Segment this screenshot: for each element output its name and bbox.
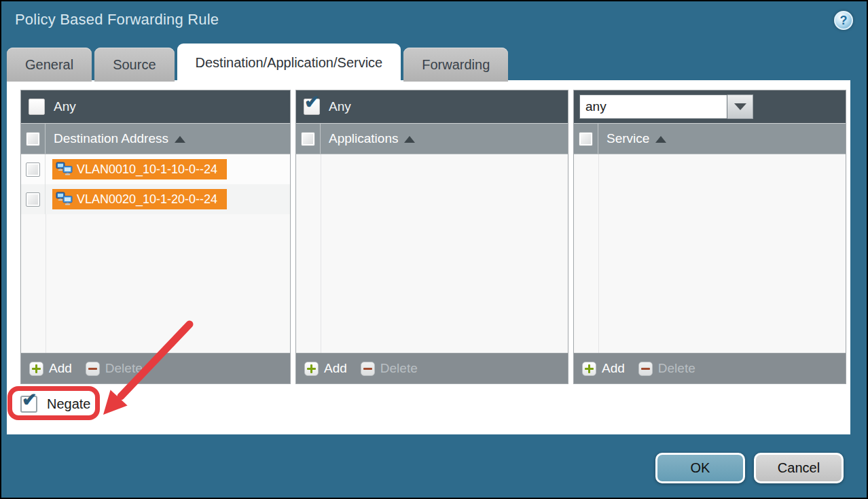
checkmark-icon: ✔ xyxy=(22,391,37,409)
service-column-header[interactable]: Service xyxy=(607,131,649,146)
minus-icon xyxy=(361,362,375,376)
checkmark-icon: ✔ xyxy=(304,93,320,111)
tab-bar: General Source Destination/Application/S… xyxy=(7,44,508,82)
destination-any-checkbox[interactable] xyxy=(29,99,45,115)
column-divider xyxy=(598,154,599,353)
applications-any-checkbox[interactable]: ✔ xyxy=(304,99,320,115)
sort-ascending-icon[interactable] xyxy=(655,136,666,143)
sort-ascending-icon[interactable] xyxy=(404,136,415,143)
tab-source[interactable]: Source xyxy=(94,48,174,82)
applications-list xyxy=(296,154,568,353)
applications-any-label: Any xyxy=(329,99,351,114)
destination-column-header-row: Destination Address xyxy=(21,124,290,154)
address-object-label: VLAN0010_10-1-10-0--24 xyxy=(77,162,217,177)
cancel-button[interactable]: Cancel xyxy=(754,453,844,483)
service-dropdown xyxy=(579,94,753,119)
dialog-body: Any Destination Address xyxy=(7,80,850,434)
column-divider xyxy=(321,154,321,353)
delete-button-label: Delete xyxy=(658,361,695,376)
applications-delete-button[interactable]: Delete xyxy=(361,361,418,376)
tab-general[interactable]: General xyxy=(7,48,92,82)
ok-button[interactable]: OK xyxy=(655,453,745,483)
service-delete-button[interactable]: Delete xyxy=(638,361,695,376)
applications-column-header[interactable]: Applications xyxy=(329,131,398,146)
destination-any-bar: Any xyxy=(21,90,290,124)
service-dropdown-button[interactable] xyxy=(727,94,753,119)
address-object-chip[interactable]: VLAN0020_10-1-20-0--24 xyxy=(52,189,227,209)
tab-forwarding[interactable]: Forwarding xyxy=(403,48,508,82)
plus-icon xyxy=(582,362,596,376)
address-object-chip[interactable]: VLAN0010_10-1-10-0--24 xyxy=(52,159,227,179)
applications-any-bar: ✔ Any xyxy=(296,90,568,124)
destination-add-button[interactable]: Add xyxy=(29,361,72,376)
help-icon[interactable]: ? xyxy=(834,11,853,30)
plus-icon xyxy=(304,362,319,376)
service-add-button[interactable]: Add xyxy=(582,361,625,376)
service-select-all-checkbox[interactable] xyxy=(579,132,593,146)
negate-checkbox[interactable]: ✔ xyxy=(20,396,37,413)
delete-button-label: Delete xyxy=(105,361,143,376)
applications-select-all-checkbox[interactable] xyxy=(301,132,315,146)
applications-add-button[interactable]: Add xyxy=(304,361,347,376)
minus-icon xyxy=(86,362,100,376)
negate-label: Negate xyxy=(47,396,91,412)
service-panel: Service Add Delete xyxy=(573,90,846,384)
table-row[interactable]: VLAN0020_10-1-20-0--24 xyxy=(21,184,290,214)
sort-ascending-icon[interactable] xyxy=(175,136,185,143)
triangle-down-icon xyxy=(734,103,746,110)
applications-column-header-row: Applications xyxy=(296,124,568,154)
destination-address-list: VLAN0010_10-1-10-0--24 xyxy=(21,154,290,353)
destination-address-panel: Any Destination Address xyxy=(20,90,291,384)
pbf-rule-dialog: Policy Based Forwarding Rule ? General S… xyxy=(0,0,868,499)
negate-control: ✔ Negate xyxy=(20,396,91,413)
service-dropdown-input[interactable] xyxy=(579,94,727,119)
table-row[interactable]: VLAN0010_10-1-10-0--24 xyxy=(21,154,290,184)
minus-icon xyxy=(638,362,653,376)
add-button-label: Add xyxy=(602,361,625,376)
destination-column-header[interactable]: Destination Address xyxy=(54,131,168,146)
dialog-title: Policy Based Forwarding Rule xyxy=(15,11,219,29)
service-toolbar: Add Delete xyxy=(574,353,846,383)
service-dropdown-bar xyxy=(574,90,846,124)
destination-delete-button[interactable]: Delete xyxy=(86,361,143,376)
plus-icon xyxy=(29,362,43,376)
applications-panel: ✔ Any Applications Add Delete xyxy=(295,90,568,384)
delete-button-label: Delete xyxy=(380,361,418,376)
tab-destination-application-service[interactable]: Destination/Application/Service xyxy=(177,44,401,82)
add-button-label: Add xyxy=(49,361,72,376)
applications-toolbar: Add Delete xyxy=(296,353,568,383)
service-column-header-row: Service xyxy=(574,124,846,154)
network-address-icon xyxy=(56,192,73,207)
add-button-label: Add xyxy=(324,361,347,376)
service-list xyxy=(574,154,846,353)
destination-select-all-checkbox[interactable] xyxy=(26,132,40,146)
network-address-icon xyxy=(56,162,73,177)
row-checkbox[interactable] xyxy=(26,192,40,207)
destination-any-label: Any xyxy=(54,99,76,114)
row-checkbox[interactable] xyxy=(26,162,40,177)
address-object-label: VLAN0020_10-1-20-0--24 xyxy=(77,192,217,207)
destination-toolbar: Add Delete xyxy=(21,353,290,383)
